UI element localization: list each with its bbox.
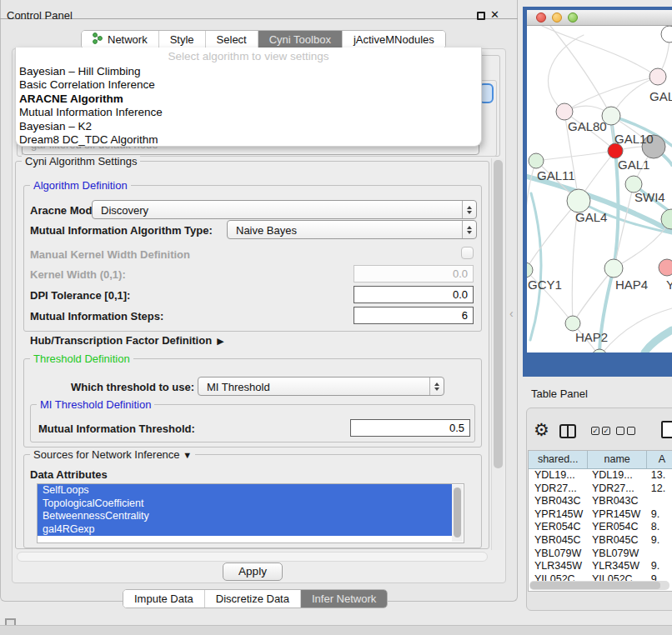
checked-checkbox-icon[interactable]: ✓ [602,427,610,435]
attribute-item[interactable]: TopologicalCoefficient [38,498,452,511]
network-node-hap4[interactable] [604,259,623,278]
table-column-header[interactable]: name [588,451,646,468]
table-column-header[interactable]: A [647,451,672,468]
algorithm-option[interactable]: Mutual Information Inference [19,106,478,119]
attribute-item[interactable]: BetweennessCentrality [38,510,452,523]
table-cell: YBL079W [529,548,589,561]
data-attributes-list[interactable]: SelfLoopsTopologicalCoefficientBetweenne… [37,483,464,543]
table-cell: YBR045C [529,534,589,548]
network-node-label: Y [666,278,672,292]
close-traffic-light[interactable] [536,12,546,22]
data-attributes-label: Data Attributes [30,468,108,481]
tab-jactivemnodules[interactable]: jActiveMNodules [343,31,445,48]
columns-icon[interactable] [559,424,576,438]
tab-label: Infer Network [312,592,376,605]
gear-icon[interactable]: ⚙ [534,420,549,440]
which-threshold-value: MI Threshold [207,381,270,393]
table-row[interactable]: YPR145WYPR145W9. [529,508,672,522]
table-cell: YDL19... [589,469,648,482]
network-node-gal4[interactable] [567,189,590,212]
minimize-traffic-light[interactable] [552,12,562,22]
unchecked-checkbox-icon[interactable] [627,427,635,435]
hub-definition-toggle[interactable]: Hub/Transcription Factor Definition▶ [30,334,224,347]
attribute-item[interactable]: SelfLoops [38,484,452,498]
table-doc-icon[interactable] [661,421,672,438]
network-edge [599,308,672,352]
table-cell: 9. [648,560,672,573]
algorithm-option[interactable]: ARACNE Algorithm [19,92,478,106]
mi-threshold-field[interactable]: 0.5 [350,419,470,437]
float-window-icon[interactable] [477,12,485,20]
table-hscrollbar[interactable] [529,581,669,590]
mi-algorithm-type-value: Naive Bayes [236,224,297,237]
network-node-hap2[interactable] [565,316,580,331]
manual-kernel-width-checkbox[interactable] [461,247,474,259]
tab-label: jActiveMNodules [354,33,434,46]
mi-algorithm-type-combo[interactable]: Naive Bayes [227,220,477,239]
tab-network[interactable]: Network [82,31,159,48]
mi-steps-label: Mutual Information Steps: [30,310,163,322]
network-edge [536,151,615,161]
control-panel-title: Control Panel [7,9,73,22]
network-canvas[interactable]: GALGAL80GAL10GAL1GAL11SWI4GAL4GCY1HAP4YH… [527,26,672,352]
cyni-algorithm-settings-title: Cyni Algorithm Settings [22,155,140,168]
table-row[interactable]: YLR345WYLR345W9. [529,560,672,573]
settings-scrollbar[interactable] [491,158,504,550]
algorithm-option[interactable]: Basic Correlation Inference [19,78,478,92]
mi-steps-field[interactable]: 6 [354,307,474,324]
table-cell: YPR145W [589,508,648,522]
algorithm-dropdown-popup: Select algorithm to view settings Bayesi… [15,48,482,147]
manual-kernel-width-label: Manual Kernel Width Definition [30,248,190,261]
tab-infer-network[interactable]: Infer Network [301,590,387,608]
tab-cyni-toolbox[interactable]: Cyni Toolbox [258,31,343,48]
table-cell: YBL079W [589,548,648,561]
table-cell: 12. [648,482,672,496]
table-row[interactable]: YDR27...YDR27...12. [529,482,672,496]
table-row[interactable]: YBR043CYBR043C [529,495,672,508]
network-node-gal11[interactable] [529,153,544,168]
algorithm-option[interactable]: Bayesian – Hill Climbing [19,65,478,78]
network-node-gal80[interactable] [556,103,573,120]
network-node-gal[interactable] [649,68,666,85]
unchecked-checkbox-icon[interactable] [616,427,624,435]
table-row[interactable]: YBR045CYBR045C9. [529,534,672,548]
algorithm-option[interactable]: Dream8 DC_TDC Algorithm [19,133,478,147]
split-pane-handle[interactable]: ‹ [509,307,514,320]
network-edge [548,35,584,112]
apply-button[interactable]: Apply [223,562,283,581]
network-node-label: GAL1 [618,158,649,172]
kernel-width-field[interactable]: 0.0 [354,265,474,282]
aracne-mode-combo[interactable]: Discovery [92,200,477,219]
dpi-tolerance-field[interactable]: 0.0 [354,286,474,303]
table-cell: YLR345W [529,560,589,573]
settings-scrollbar-thumb[interactable] [494,160,503,468]
table-row[interactable]: YBL079WYBL079W [529,548,672,561]
checked-checkbox-icon[interactable]: ✓ [591,427,599,435]
attributes-scrollbar-thumb[interactable] [454,488,461,538]
tab-discretize-data[interactable]: Discretize Data [205,590,301,608]
table-hscrollbar-thumb[interactable] [530,582,660,589]
close-icon[interactable]: ✕ [490,8,499,21]
table-row[interactable]: YER054CYER054C8. [529,521,672,534]
sources-toggle[interactable]: Sources for Network Inference ▼ [30,448,195,461]
network-window-titlebar[interactable] [527,10,672,26]
tab-impute-data[interactable]: Impute Data [123,590,205,608]
table-cell: YBR045C [589,534,648,548]
tab-select[interactable]: Select [206,31,258,48]
attributes-scrollbar[interactable] [452,485,463,542]
table-row[interactable]: YDL19...YDL19...13. [529,469,672,482]
which-threshold-combo[interactable]: MI Threshold [198,377,444,396]
table-column-header[interactable]: shared... [529,451,588,468]
algorithm-definition-title: Algorithm Definition [30,179,131,192]
tab-style[interactable]: Style [159,31,206,48]
tab-label: Style [170,33,194,46]
algorithm-option[interactable]: Bayesian – K2 [19,120,478,133]
network-node[interactable] [661,26,672,42]
attribute-item[interactable]: gal4RGexp [38,523,452,537]
network-edge [644,330,672,352]
network-node-y[interactable] [659,259,672,276]
network-node-gcy1[interactable] [527,262,533,278]
expanded-arrow-icon: ▼ [183,450,192,460]
zoom-traffic-light[interactable] [568,12,578,22]
settings-hscrollbar[interactable] [17,552,488,562]
